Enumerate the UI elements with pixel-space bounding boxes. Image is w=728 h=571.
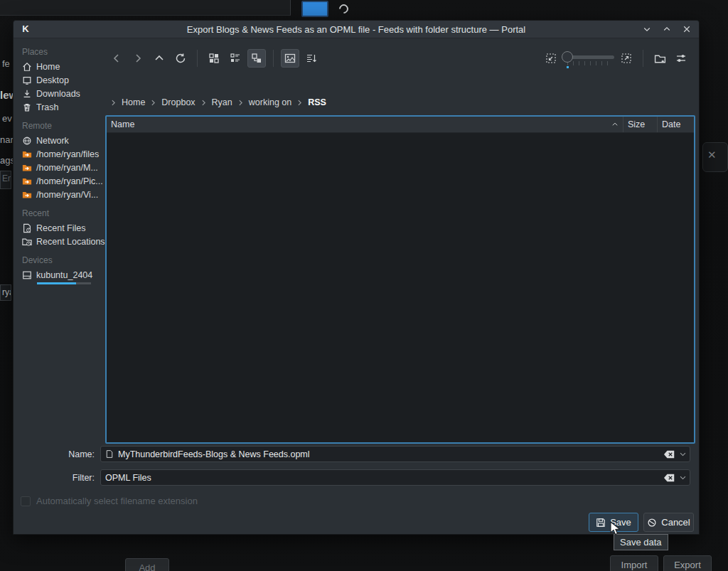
icon-view-button[interactable] xyxy=(205,49,223,68)
background-close-button[interactable]: ✕ xyxy=(702,142,728,172)
up-button[interactable] xyxy=(150,49,168,68)
auto-extension-label: Automatically select filename extension xyxy=(36,496,198,506)
file-list-header: Name Size Date xyxy=(107,117,694,133)
dialog-titlebar[interactable]: K Export Blogs & News Feeds as an OPML f… xyxy=(14,21,699,38)
background-reload-icon[interactable] xyxy=(337,2,350,15)
import-button[interactable]: Import xyxy=(610,555,658,571)
tree-view-icon xyxy=(251,53,262,64)
home-icon xyxy=(22,62,32,72)
sidebar-item-desktop[interactable]: Desktop xyxy=(22,73,105,87)
preview-icon xyxy=(284,53,296,64)
reload-button[interactable] xyxy=(171,49,190,68)
sidebar-item-kubuntu-drive[interactable]: kubuntu_2404 xyxy=(22,268,105,282)
forward-button[interactable] xyxy=(129,49,147,68)
cancel-button[interactable]: Cancel xyxy=(643,513,694,532)
options-button[interactable] xyxy=(672,49,690,68)
background-text-fragment: ev xyxy=(2,113,12,124)
file-list-body[interactable] xyxy=(107,133,694,444)
zoom-in-button[interactable] xyxy=(617,49,636,68)
sidebar-item-trash[interactable]: Trash xyxy=(22,100,105,114)
chevron-right-icon xyxy=(200,100,207,106)
sidebar-item-network[interactable]: Network xyxy=(22,134,105,147)
toolbar-separator xyxy=(643,50,643,67)
filename-value: MyThunderbirdFeeds-Blogs & News Feeds.op… xyxy=(118,449,664,459)
filter-select[interactable]: OPML Files xyxy=(100,469,690,486)
back-button[interactable] xyxy=(107,49,126,68)
close-button[interactable] xyxy=(680,23,693,36)
sidebar-item-home[interactable]: Home xyxy=(22,60,105,73)
chevron-down-icon[interactable] xyxy=(679,450,687,458)
column-header-name[interactable]: Name xyxy=(107,117,623,132)
column-header-date[interactable]: Date xyxy=(657,117,694,132)
maximize-button[interactable] xyxy=(660,23,673,36)
breadcrumb-item-current[interactable]: RSS xyxy=(308,97,326,107)
filter-label: Filter: xyxy=(14,473,100,483)
breadcrumb-item[interactable]: Dropbox xyxy=(161,97,195,107)
file-list[interactable]: Name Size Date xyxy=(105,115,695,444)
new-folder-button[interactable] xyxy=(651,49,669,68)
chevron-up-icon xyxy=(663,25,671,33)
filename-input[interactable]: MyThunderbirdFeeds-Blogs & News Feeds.op… xyxy=(100,446,690,462)
background-input-fragment[interactable]: Ente xyxy=(0,171,11,189)
compact-view-button[interactable] xyxy=(226,49,245,68)
section-label: Places xyxy=(22,47,105,57)
background-blue-button[interactable] xyxy=(301,1,328,17)
remote-folder-icon xyxy=(22,176,32,186)
save-tooltip: Save data xyxy=(614,534,668,550)
chevron-down-icon[interactable] xyxy=(679,474,687,481)
clear-filter-button[interactable] xyxy=(664,474,675,482)
sidebar-item-recent-locations[interactable]: Recent Locations xyxy=(22,235,105,248)
chevron-right-icon xyxy=(150,100,156,106)
chevron-right-icon xyxy=(296,100,303,106)
mouse-cursor xyxy=(610,521,621,539)
desktop-icon xyxy=(22,75,32,85)
background-panel xyxy=(0,0,291,16)
remote-folder-icon xyxy=(22,163,32,173)
chevron-right-icon xyxy=(110,100,117,106)
breadcrumb-item[interactable]: working on xyxy=(249,97,291,107)
sidebar-item-remote-pictures[interactable]: /home/ryan/Pic... xyxy=(22,174,105,188)
add-button[interactable]: Add xyxy=(125,558,169,571)
sidebar-item-remote-music[interactable]: /home/ryan/M... xyxy=(22,161,105,174)
preview-button[interactable] xyxy=(281,49,299,68)
zoom-slider[interactable] xyxy=(563,49,614,68)
close-icon: ✕ xyxy=(707,149,717,161)
chevron-up-icon xyxy=(154,53,165,64)
minimize-button[interactable] xyxy=(641,23,653,36)
zoom-slider-knob[interactable] xyxy=(562,51,573,63)
column-header-size[interactable]: Size xyxy=(623,117,657,132)
tree-view-button[interactable] xyxy=(247,49,266,68)
sort-button[interactable] xyxy=(302,49,321,68)
sidebar-item-recent-files[interactable]: Recent Files xyxy=(22,221,105,235)
sliders-icon xyxy=(675,53,687,64)
disk-usage-bar xyxy=(37,282,91,284)
compact-view-icon xyxy=(230,53,241,64)
name-row: Name: MyThunderbirdFeeds-Blogs & News Fe… xyxy=(14,446,690,462)
remote-folder-icon xyxy=(22,149,32,159)
sidebar-item-remote-videos[interactable]: /home/ryan/Vi... xyxy=(22,188,105,201)
recent-locations-icon xyxy=(22,237,32,247)
auto-extension-row: Automatically select filename extension xyxy=(21,496,198,506)
breadcrumb-item[interactable]: Ryan xyxy=(212,97,232,107)
clear-filename-button[interactable] xyxy=(664,450,675,459)
zoom-out-button[interactable] xyxy=(542,49,560,68)
dialog-toolbar xyxy=(107,45,690,72)
save-file-dialog: K Export Blogs & News Feeds as an OPML f… xyxy=(13,20,700,535)
background-text-fragment: fe xyxy=(2,58,10,69)
auto-extension-checkbox[interactable] xyxy=(21,496,31,506)
section-label: Recent xyxy=(22,208,105,218)
dialog-title: Export Blogs & News Feeds as an OPML fil… xyxy=(14,24,699,35)
desktop: fe lew ev nar ags Ente ryan ✕ Add Import… xyxy=(0,0,728,571)
sort-ascending-icon xyxy=(611,121,619,128)
zoom-in-icon xyxy=(621,53,632,64)
filter-row: Filter: OPML Files xyxy=(14,469,690,486)
toolbar-separator xyxy=(273,50,274,67)
sidebar-item-remote-files[interactable]: /home/ryan/files xyxy=(22,147,105,161)
chevron-right-icon xyxy=(132,53,144,64)
remote-folder-icon xyxy=(22,190,32,200)
sidebar-item-downloads[interactable]: Downloads xyxy=(22,87,105,100)
sort-icon xyxy=(306,53,317,64)
name-label: Name: xyxy=(14,449,100,459)
export-button[interactable]: Export xyxy=(663,555,712,571)
breadcrumb-item[interactable]: Home xyxy=(122,97,145,107)
